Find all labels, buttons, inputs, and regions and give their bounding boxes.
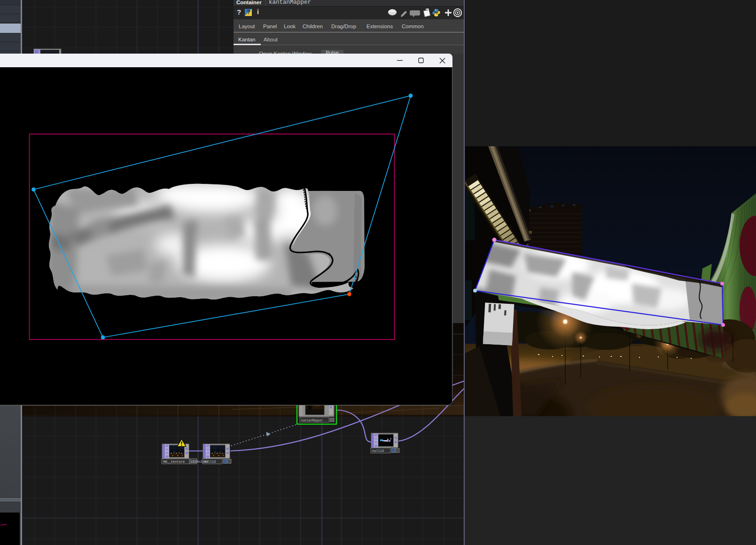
svg-text:null12: null12	[372, 449, 384, 453]
svg-text:1920x1183: 1920x1183	[190, 460, 208, 464]
svg-text:kantanMapper: kantanMapper	[301, 419, 323, 422]
svg-text:HW__texture: HW__texture	[163, 460, 185, 464]
